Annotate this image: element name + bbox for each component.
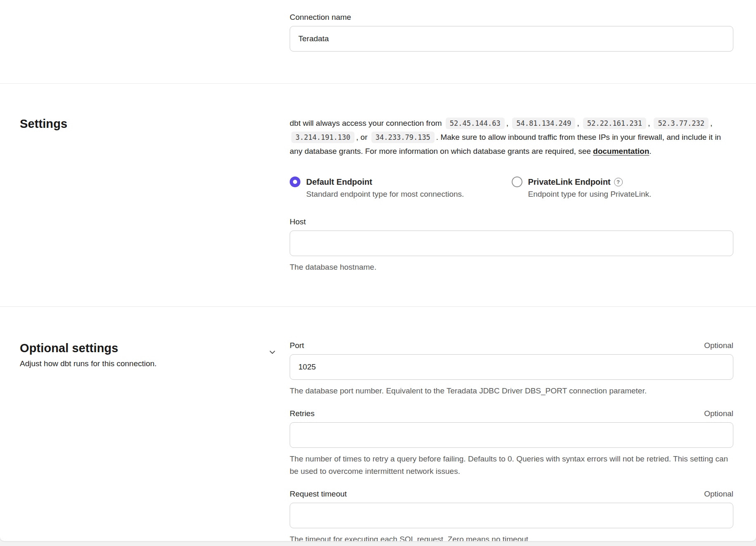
radio-selected-icon[interactable] (290, 177, 300, 187)
optional-badge: Optional (704, 341, 733, 350)
section-divider (0, 83, 756, 84)
request-timeout-field: Request timeout Optional The timeout for… (290, 489, 733, 541)
host-field: Host The database hostname. (290, 217, 733, 273)
retries-label: Retries (290, 409, 314, 418)
question-circle-icon[interactable]: ? (614, 178, 623, 186)
chevron-down-icon[interactable] (267, 347, 277, 357)
request-timeout-label: Request timeout (290, 489, 347, 499)
endpoint-option-description: Standard endpoint type for most connecti… (306, 189, 464, 200)
settings-heading-cell: Settings (20, 116, 290, 273)
port-help-text: The database port number. Equivalent to … (290, 385, 733, 397)
host-label: Host (290, 217, 733, 226)
radio-unselected-icon[interactable] (512, 177, 522, 187)
retries-field: Retries Optional The number of times to … (290, 409, 733, 478)
settings-section: Settings dbt will always access your con… (0, 116, 756, 273)
optional-settings-content: Port Optional The database port number. … (290, 341, 733, 541)
port-input[interactable] (290, 354, 733, 380)
connection-name-section: Connection name (0, 0, 756, 52)
settings-heading: Settings (20, 116, 290, 131)
host-help-text: The database hostname. (290, 261, 733, 273)
optional-settings-subheading: Adjust how dbt runs for this connection. (20, 358, 290, 369)
section-divider (0, 306, 756, 307)
ip-address-chip: 52.3.77.232 (654, 118, 709, 129)
request-timeout-help-text: The timeout for executing each SQL reque… (290, 533, 733, 541)
endpoint-radio-group: Default Endpoint Standard endpoint type … (290, 176, 733, 200)
optional-settings-section: Optional settings Adjust how dbt runs fo… (0, 341, 756, 541)
ip-address-chip: 54.81.134.249 (512, 118, 575, 129)
endpoint-option-description: Endpoint type for using PrivateLink. (528, 189, 652, 200)
optional-badge: Optional (704, 409, 733, 418)
endpoint-option-default[interactable]: Default Endpoint Standard endpoint type … (290, 176, 512, 200)
ip-address-chip: 3.214.191.130 (291, 132, 354, 143)
connection-settings-panel: Connection name Settings dbt will always… (0, 0, 756, 541)
port-field: Port Optional The database port number. … (290, 341, 733, 397)
optional-settings-heading-cell: Optional settings Adjust how dbt runs fo… (20, 341, 290, 541)
connection-name-label: Connection name (290, 12, 733, 22)
connection-name-input[interactable] (290, 26, 733, 52)
optional-settings-heading: Optional settings (20, 341, 290, 355)
port-label: Port (290, 341, 304, 350)
optional-badge: Optional (704, 490, 733, 499)
ip-notice: dbt will always access your connection f… (290, 116, 733, 158)
settings-content: dbt will always access your connection f… (290, 116, 733, 273)
retries-help-text: The number of times to retry a query bef… (290, 453, 733, 478)
documentation-link[interactable]: documentation (593, 147, 649, 155)
request-timeout-input[interactable] (290, 503, 733, 528)
retries-input[interactable] (290, 422, 733, 448)
ip-address-chip: 52.45.144.63 (446, 118, 505, 129)
ip-address-chip: 52.22.161.231 (583, 118, 646, 129)
ip-address-chip: 34.233.79.135 (371, 132, 435, 143)
endpoint-option-privatelink[interactable]: PrivateLink Endpoint? Endpoint type for … (512, 176, 734, 200)
endpoint-option-label: Default Endpoint (306, 176, 464, 188)
host-input[interactable] (290, 231, 733, 256)
endpoint-option-label: PrivateLink Endpoint (528, 177, 611, 186)
